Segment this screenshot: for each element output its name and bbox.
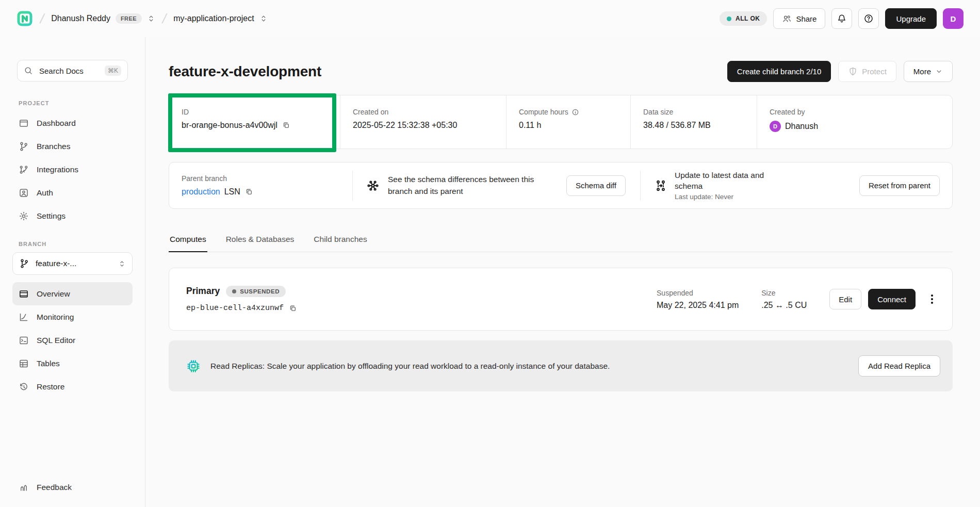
sidebar-item-feedback[interactable]: Feedback bbox=[12, 476, 133, 499]
parent-branch-link[interactable]: production bbox=[182, 187, 220, 197]
connect-button[interactable]: Connect bbox=[868, 289, 916, 309]
chip-icon bbox=[186, 358, 201, 374]
status-badge[interactable]: ALL OK bbox=[720, 11, 767, 26]
lsn-label: LSN bbox=[224, 187, 240, 197]
branch-section-label: BRANCH bbox=[12, 241, 133, 247]
schema-diff-text: See the schema differences between this … bbox=[388, 174, 558, 197]
chevron-updown-icon bbox=[147, 14, 155, 23]
copy-icon[interactable] bbox=[282, 121, 291, 130]
branch-info-card: ID br-orange-bonus-a4v00wjl Created on 2… bbox=[169, 95, 953, 149]
sidebar-item-label: SQL Editor bbox=[37, 336, 75, 345]
sidebar-item-label: Feedback bbox=[37, 483, 72, 492]
tab-bar: Computes Roles & Databases Child branche… bbox=[169, 235, 953, 252]
tables-icon bbox=[19, 358, 29, 369]
main-content: feature-x-development Create child branc… bbox=[145, 37, 980, 507]
compute-status-badge: SUSPENDED bbox=[226, 286, 286, 297]
edit-button[interactable]: Edit bbox=[829, 289, 861, 309]
upgrade-button-label: Upgrade bbox=[896, 14, 926, 23]
users-icon bbox=[782, 14, 792, 24]
sidebar-item-auth[interactable]: Auth bbox=[12, 181, 133, 204]
suspended-meta: Suspended May 22, 2025 4:41 pm bbox=[657, 289, 739, 310]
sidebar-item-label: Monitoring bbox=[37, 313, 74, 322]
kebab-menu-icon[interactable] bbox=[924, 289, 940, 309]
schema-diff-icon bbox=[366, 179, 380, 192]
status-dot bbox=[232, 289, 236, 293]
compute-hours-label: Compute hours bbox=[519, 108, 568, 116]
suspended-label: Suspended bbox=[657, 289, 739, 297]
sidebar-item-integrations[interactable]: Integrations bbox=[12, 158, 133, 181]
sidebar-item-tables[interactable]: Tables bbox=[12, 352, 133, 375]
add-read-replica-button[interactable]: Add Read Replica bbox=[858, 355, 940, 377]
restore-icon bbox=[19, 382, 29, 392]
branch-selector[interactable]: feature-x-... bbox=[12, 252, 133, 275]
sidebar-item-overview[interactable]: Overview bbox=[12, 282, 133, 305]
sidebar-item-label: Tables bbox=[37, 359, 60, 368]
copy-icon[interactable] bbox=[288, 304, 298, 313]
schema-diff-section: See the schema differences between this … bbox=[353, 174, 640, 197]
schema-diff-button[interactable]: Schema diff bbox=[566, 175, 626, 196]
search-docs-input[interactable]: Search Docs ⌘K bbox=[17, 60, 128, 81]
sidebar-item-label: Restore bbox=[37, 382, 64, 391]
upgrade-button[interactable]: Upgrade bbox=[885, 8, 937, 29]
monitoring-icon bbox=[19, 312, 29, 322]
parent-branch-label: Parent branch bbox=[182, 174, 352, 183]
notifications-button[interactable] bbox=[831, 8, 852, 29]
user-avatar[interactable]: D bbox=[943, 8, 963, 29]
breadcrumb-org[interactable]: Dhanush Reddy FREE bbox=[51, 13, 155, 24]
compute-name: Primary bbox=[186, 286, 220, 297]
parent-branch-cell: Parent branch production LSN bbox=[169, 174, 352, 197]
settings-gear-icon bbox=[19, 211, 29, 221]
branch-selector-value: feature-x-... bbox=[36, 259, 76, 268]
neon-logo-icon[interactable] bbox=[17, 10, 33, 27]
copy-icon[interactable] bbox=[244, 187, 254, 197]
status-dot bbox=[727, 17, 731, 21]
tab-computes[interactable]: Computes bbox=[169, 235, 207, 252]
created-by-cell: Created by D Dhanush bbox=[757, 95, 952, 149]
created-by-value: Dhanush bbox=[785, 122, 818, 131]
data-size-value: 38.48 / 536.87 MB bbox=[643, 121, 711, 130]
sidebar-item-monitoring[interactable]: Monitoring bbox=[12, 305, 133, 329]
more-button[interactable]: More bbox=[904, 61, 953, 82]
breadcrumb-separator: / bbox=[161, 11, 168, 27]
data-size-cell: Data size 38.48 / 536.87 MB bbox=[630, 95, 757, 149]
help-button[interactable] bbox=[858, 8, 879, 29]
sidebar-item-label: Overview bbox=[37, 289, 70, 299]
search-docs-label: Search Docs bbox=[39, 67, 84, 75]
sidebar-item-dashboard[interactable]: Dashboard bbox=[12, 111, 133, 135]
reset-from-parent-section: Update to latest data and schema Last up… bbox=[641, 170, 952, 201]
sidebar-item-branches[interactable]: Branches bbox=[12, 135, 133, 158]
create-child-branch-label: Create child branch 2/10 bbox=[737, 67, 821, 76]
help-icon bbox=[863, 13, 874, 24]
breadcrumb-separator: / bbox=[39, 11, 46, 27]
info-icon[interactable] bbox=[571, 108, 579, 116]
compute-status-label: SUSPENDED bbox=[240, 288, 280, 295]
created-by-initial: D bbox=[773, 123, 777, 129]
share-button[interactable]: Share bbox=[773, 8, 825, 29]
project-section-label: PROJECT bbox=[12, 100, 133, 106]
connect-button-label: Connect bbox=[877, 295, 906, 304]
add-read-replica-label: Add Read Replica bbox=[868, 362, 930, 370]
suspended-value: May 22, 2025 4:41 pm bbox=[657, 301, 739, 310]
compute-identity: Primary SUSPENDED ep-blue-cell-a4xzunwf bbox=[186, 286, 298, 313]
sidebar-item-restore[interactable]: Restore bbox=[12, 375, 133, 398]
protect-button: Protect bbox=[838, 61, 896, 82]
create-child-branch-button[interactable]: Create child branch 2/10 bbox=[727, 61, 831, 82]
auth-icon bbox=[19, 188, 29, 198]
sidebar-item-settings[interactable]: Settings bbox=[12, 204, 133, 227]
read-replica-banner: Read Replicas: Scale your application by… bbox=[169, 340, 953, 391]
sidebar-item-label: Auth bbox=[37, 188, 53, 198]
sidebar-item-sql-editor[interactable]: SQL Editor bbox=[12, 329, 133, 352]
tab-roles-databases[interactable]: Roles & Databases bbox=[225, 235, 296, 252]
bell-icon bbox=[837, 13, 847, 24]
reset-from-parent-button[interactable]: Reset from parent bbox=[859, 175, 940, 196]
sidebar-item-label: Settings bbox=[37, 211, 66, 221]
parent-branch-card: Parent branch production LSN See the sch… bbox=[169, 162, 953, 209]
created-by-avatar: D bbox=[770, 121, 781, 132]
breadcrumb-project[interactable]: my-application-project bbox=[173, 14, 268, 23]
integrations-icon bbox=[19, 165, 29, 175]
sql-editor-icon bbox=[19, 335, 29, 346]
id-label: ID bbox=[182, 108, 340, 116]
tab-child-branches[interactable]: Child branches bbox=[313, 235, 368, 252]
chevron-updown-icon bbox=[118, 260, 126, 268]
created-on-value: 2025-05-22 15:32:38 +05:30 bbox=[353, 121, 457, 130]
